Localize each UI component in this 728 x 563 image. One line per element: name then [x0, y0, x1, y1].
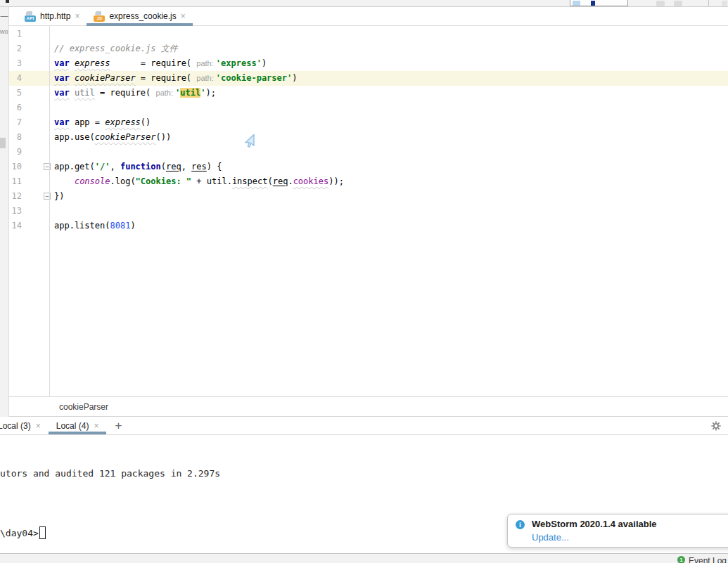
line-number[interactable]: 14: [9, 219, 22, 233]
info-icon: i: [516, 520, 525, 529]
code-line[interactable]: 12−}): [9, 189, 728, 204]
code-line[interactable]: 9: [9, 145, 728, 160]
toolbar-fragment: [6, 0, 9, 3]
run-config-combobox-partial[interactable]: [570, 0, 628, 6]
collapse-dash-icon[interactable]: —: [0, 11, 8, 20]
new-terminal-tab-button[interactable]: +: [115, 417, 122, 434]
terminal-cursor: [39, 526, 46, 539]
code-line[interactable]: 10−app.get('/', function(req, res) {: [9, 160, 728, 174]
api-file-icon: API: [25, 11, 36, 22]
line-number[interactable]: 13: [9, 204, 22, 219]
code-line[interactable]: 1: [9, 27, 728, 41]
code-line[interactable]: 7var app = express(): [9, 115, 728, 130]
stripe-label-fragment[interactable]: wo: [0, 28, 8, 35]
close-icon[interactable]: ×: [181, 12, 186, 20]
line-number[interactable]: 7: [9, 115, 22, 130]
line-number[interactable]: 11: [9, 174, 22, 189]
code-line[interactable]: 14app.listen(8081): [9, 219, 728, 233]
code-text: app.get('/', function(req, res) {: [54, 160, 222, 174]
event-log-icon: 1: [677, 556, 685, 563]
code-text: var app = express(): [54, 115, 151, 130]
notification-title: WebStorm 2020.1.4 available: [532, 519, 657, 529]
close-icon[interactable]: ×: [94, 422, 98, 430]
code-editor[interactable]: 12// express_cookie.js 文件3var express = …: [9, 26, 728, 397]
event-log-label: Event Log: [689, 556, 727, 563]
code-text: }): [54, 189, 64, 204]
line-number[interactable]: 6: [9, 101, 22, 115]
tab-label: Local (4): [56, 421, 89, 431]
toolbar-debug-icon[interactable]: [674, 1, 682, 6]
tab-label: express_cookie.js: [109, 11, 176, 21]
line-number[interactable]: 8: [9, 130, 22, 145]
code-text: var express = require( path: 'express'): [54, 56, 267, 71]
tab-label: Local (3): [0, 421, 31, 431]
line-number[interactable]: 1: [9, 27, 22, 41]
tab-label: http.http: [40, 11, 70, 21]
mouse-cursor-icon: [241, 133, 258, 150]
code-text: var util = require( path: 'util');: [54, 86, 216, 101]
tab-express-cookie-js[interactable]: JS express_cookie.js ×: [87, 7, 192, 25]
stripe-handle[interactable]: [0, 138, 6, 148]
tab-http-http[interactable]: API http.http ×: [18, 7, 87, 25]
run-config-icon: [573, 1, 580, 6]
terminal-tab-local-3[interactable]: Local (3) ×: [0, 417, 49, 434]
editor-code[interactable]: 12// express_cookie.js 文件3var express = …: [9, 26, 728, 396]
editor-tab-bar: API http.http × JS express_cookie.js ×: [9, 7, 728, 26]
terminal-output-line: utors and audited 121 packages in 2.297s: [0, 468, 220, 479]
breadcrumb-bar: cookieParser: [9, 398, 728, 417]
code-line[interactable]: 6: [9, 101, 728, 115]
toolbar-icon-fragment: [722, 1, 727, 6]
code-line[interactable]: 3var express = require( path: 'express'): [9, 56, 728, 71]
line-number[interactable]: 2: [9, 41, 22, 56]
line-number[interactable]: 9: [9, 145, 22, 160]
code-text: var cookieParser = require( path: 'cooki…: [54, 71, 297, 86]
terminal-tab-local-4[interactable]: Local (4) ×: [49, 417, 107, 434]
close-icon[interactable]: ×: [75, 12, 79, 20]
tool-window-stripe: — wo: [0, 7, 9, 417]
code-text: // express_cookie.js 文件: [54, 41, 178, 56]
line-number[interactable]: 3: [9, 56, 22, 71]
code-line[interactable]: 2// express_cookie.js 文件: [9, 41, 728, 56]
status-bar: 1 Event Log: [0, 553, 728, 563]
js-file-icon: JS: [94, 11, 105, 22]
line-number[interactable]: 12: [9, 189, 22, 204]
breadcrumb-item[interactable]: cookieParser: [59, 402, 108, 412]
line-number[interactable]: 4: [9, 71, 22, 86]
code-line[interactable]: 5var util = require( path: 'util');: [9, 86, 728, 101]
gear-icon[interactable]: [711, 421, 721, 431]
event-log-button[interactable]: 1 Event Log: [677, 556, 727, 563]
run-config-icon-fragment: [591, 1, 595, 6]
gutter-separator: [49, 26, 50, 396]
update-link[interactable]: Update...: [532, 532, 569, 543]
code-line[interactable]: 11 console.log("Cookies: " + util.inspec…: [9, 174, 728, 189]
toolbar-divider: [708, 0, 709, 6]
terminal-tab-bar: Local (3) × Local (4) × +: [0, 417, 728, 435]
code-line[interactable]: 4var cookieParser = require( path: 'cook…: [9, 71, 728, 86]
code-text: app.listen(8081): [54, 219, 136, 233]
toolbar-run-icon[interactable]: [656, 1, 665, 6]
line-number[interactable]: 10: [9, 160, 22, 174]
update-notification[interactable]: i WebStorm 2020.1.4 available Update...: [507, 514, 728, 548]
close-icon[interactable]: ×: [36, 422, 41, 430]
code-text: console.log("Cookies: " + util.inspect(r…: [54, 174, 344, 189]
code-line[interactable]: 8app.use(cookieParser()): [9, 130, 728, 145]
terminal-prompt: \day04>: [0, 526, 46, 539]
top-toolbar-partial: [0, 0, 728, 7]
code-line[interactable]: 13: [9, 204, 728, 219]
code-text: app.use(cookieParser()): [54, 130, 171, 145]
line-number[interactable]: 5: [9, 86, 22, 101]
